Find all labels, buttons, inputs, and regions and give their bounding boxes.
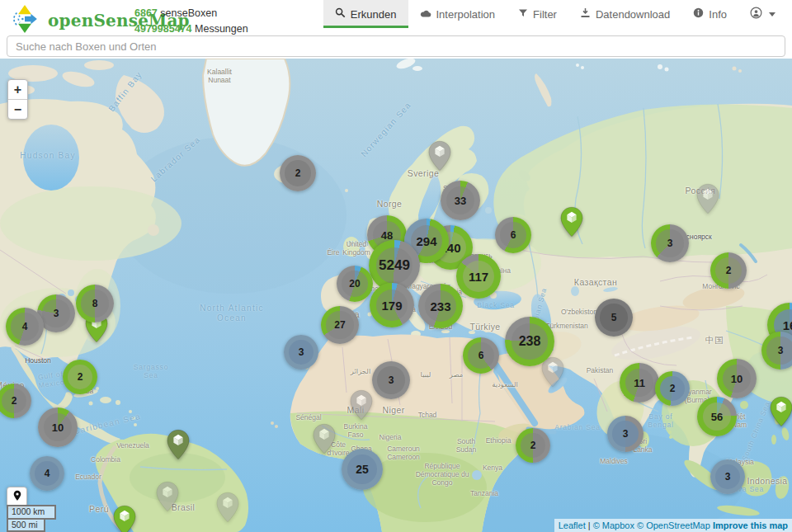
sensebox-pin[interactable] xyxy=(696,183,719,214)
box-icon xyxy=(560,206,583,238)
user-menu-button[interactable] xyxy=(738,0,787,28)
tab-info[interactable]: Info xyxy=(681,0,738,28)
header: openSenseMap 6867 senseBoxen 4979985474 … xyxy=(0,0,792,59)
cluster-marker[interactable]: 33 xyxy=(441,181,480,220)
cluster-marker[interactable]: 3 xyxy=(710,459,745,494)
cluster-marker[interactable]: 2 xyxy=(280,155,316,191)
search-bar xyxy=(7,35,785,57)
cluster-marker[interactable]: 6 xyxy=(495,217,531,253)
cluster-center: 117 xyxy=(463,261,495,293)
cluster-count: 3 xyxy=(725,471,731,483)
cluster-count: 25 xyxy=(356,463,369,476)
cluster-center: 2 xyxy=(285,160,311,186)
cluster-marker[interactable]: 3 xyxy=(284,335,318,370)
cluster-marker[interactable]: 8 xyxy=(76,285,114,322)
cluster-center: 11 xyxy=(625,369,654,398)
cluster-center: 25 xyxy=(347,454,377,484)
cluster-marker[interactable]: 4 xyxy=(30,456,64,491)
cluster-marker[interactable]: 233 xyxy=(418,284,463,328)
filter-icon xyxy=(518,8,528,21)
cluster-count: 27 xyxy=(334,319,345,331)
cluster-marker[interactable]: 3 xyxy=(607,416,644,452)
cluster-center: 3 xyxy=(612,421,639,447)
cluster-marker[interactable]: 56 xyxy=(697,397,737,436)
cluster-marker[interactable]: 179 xyxy=(370,283,414,327)
box-icon xyxy=(167,429,190,460)
cluster-marker[interactable]: 6 xyxy=(463,337,499,374)
cluster-marker[interactable]: 2 xyxy=(655,371,690,406)
cluster-marker[interactable]: 3 xyxy=(372,361,410,399)
sensebox-pin[interactable] xyxy=(167,429,190,460)
attribution-link[interactable]: Improve this map xyxy=(713,520,788,530)
sensebox-pin[interactable] xyxy=(770,396,792,427)
download-icon xyxy=(580,7,591,21)
cluster-center: 33 xyxy=(446,186,475,215)
sensebox-pin[interactable] xyxy=(156,481,179,512)
tab-interpolation[interactable]: Interpolation xyxy=(408,0,507,28)
main-tabs: ErkundenInterpolationFilterDatendownload… xyxy=(323,0,787,28)
cluster-center: 6 xyxy=(500,222,526,248)
cluster-center: 3 xyxy=(766,337,792,364)
cluster-marker[interactable]: 20 xyxy=(337,266,373,302)
map[interactable]: Kalaallit NunaatBaffin BayHudson BayLabr… xyxy=(0,59,792,532)
tab-filter[interactable]: Filter xyxy=(507,0,568,28)
box-icon xyxy=(113,505,136,532)
sensebox-pin[interactable] xyxy=(350,389,373,421)
sensebox-pin[interactable] xyxy=(428,140,451,172)
cluster-count: 4 xyxy=(22,321,28,332)
tab-label: Erkunden xyxy=(351,8,397,21)
cluster-count: 2 xyxy=(295,167,301,179)
cluster-center: 5 xyxy=(600,304,627,331)
cluster-marker[interactable]: 2 xyxy=(710,252,747,289)
tab-datendownload[interactable]: Datendownload xyxy=(568,0,681,28)
sensebox-pin[interactable] xyxy=(313,423,336,454)
cluster-count: 2 xyxy=(530,440,536,451)
cluster-marker[interactable]: 27 xyxy=(321,306,359,344)
sensebox-pin[interactable] xyxy=(113,505,136,532)
cluster-marker[interactable]: 238 xyxy=(505,317,554,366)
cluster-count: 233 xyxy=(430,299,450,313)
sensebox-pin[interactable] xyxy=(216,492,239,523)
cluster-count: 20 xyxy=(349,278,360,290)
attribution-text: | xyxy=(586,520,593,530)
cluster-marker[interactable]: 5 xyxy=(595,299,633,337)
cluster-count: 3 xyxy=(389,374,394,386)
cluster-center: 10 xyxy=(723,365,752,393)
zoom-in-button[interactable]: + xyxy=(8,80,27,100)
attribution-link[interactable]: © Mapbox xyxy=(593,520,634,530)
cluster-center: 56 xyxy=(703,403,732,431)
cluster-center: 3 xyxy=(289,340,314,365)
cluster-count: 8 xyxy=(92,298,98,309)
chevron-down-icon xyxy=(769,12,776,16)
cluster-marker[interactable]: 25 xyxy=(342,449,383,490)
cluster-marker[interactable]: 4 xyxy=(6,308,44,346)
sensebox-pin[interactable] xyxy=(560,206,583,238)
cluster-marker[interactable]: 2 xyxy=(63,360,97,394)
cluster-count: 3 xyxy=(54,308,59,319)
cluster-center: 2 xyxy=(68,365,92,389)
cluster-center: 2 xyxy=(715,257,742,284)
cluster-center: 3 xyxy=(715,464,740,489)
search-input[interactable] xyxy=(7,35,785,57)
cluster-count: 6 xyxy=(511,229,516,241)
cluster-count: 6 xyxy=(478,350,484,361)
cluster-marker[interactable]: 10 xyxy=(717,359,757,398)
tab-erkunden[interactable]: Erkunden xyxy=(323,0,408,28)
cluster-marker[interactable]: 117 xyxy=(456,254,501,299)
cluster-center: 3 xyxy=(377,366,404,393)
cluster-center: 27 xyxy=(326,311,353,338)
box-icon xyxy=(696,183,719,214)
cluster-count: 117 xyxy=(469,270,488,284)
zoom-out-button[interactable]: − xyxy=(8,100,27,119)
cluster-marker[interactable]: 10 xyxy=(38,407,78,447)
cluster-marker[interactable]: 3 xyxy=(651,224,689,262)
cluster-center: 2 xyxy=(660,376,685,401)
cluster-marker[interactable]: 2 xyxy=(516,428,550,463)
boxes-count-line: 6867 senseBoxen xyxy=(134,6,248,21)
cluster-count: 238 xyxy=(519,334,541,349)
cluster-count: 2 xyxy=(670,383,676,394)
attribution-link[interactable]: © OpenStreetMap xyxy=(637,520,710,530)
cluster-count: 16 xyxy=(783,318,792,332)
cluster-marker[interactable]: 11 xyxy=(620,363,659,403)
attribution-link[interactable]: Leaflet xyxy=(559,520,586,530)
